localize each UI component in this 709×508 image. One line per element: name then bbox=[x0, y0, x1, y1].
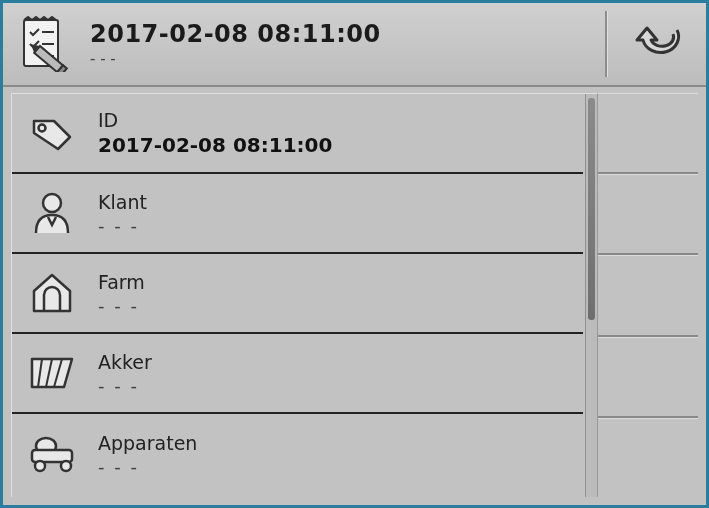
row-value: - - - bbox=[98, 295, 145, 316]
row-text: Klant - - - bbox=[98, 191, 147, 236]
person-icon bbox=[20, 189, 84, 237]
side-slot-3[interactable] bbox=[598, 255, 698, 336]
list-item-farm[interactable]: Farm - - - bbox=[12, 254, 583, 334]
back-arrow-icon bbox=[627, 22, 685, 66]
svg-point-15 bbox=[61, 461, 71, 471]
row-text: Apparaten - - - bbox=[98, 432, 197, 477]
list-item-klant[interactable]: Klant - - - bbox=[12, 174, 583, 254]
header-text: 2017-02-08 08:11:00 - - - bbox=[90, 20, 381, 68]
list-item-akker[interactable]: Akker - - - bbox=[12, 334, 583, 414]
body: ID 2017-02-08 08:11:00 Klant bbox=[11, 93, 698, 497]
tag-icon bbox=[20, 111, 84, 155]
header-title: 2017-02-08 08:11:00 bbox=[90, 20, 381, 48]
list: ID 2017-02-08 08:11:00 Klant bbox=[12, 94, 583, 497]
header-subtitle: - - - bbox=[90, 50, 381, 68]
side-column bbox=[598, 93, 698, 497]
row-value: - - - bbox=[98, 375, 152, 396]
svg-point-14 bbox=[35, 461, 45, 471]
barn-icon bbox=[20, 271, 84, 315]
header: 2017-02-08 08:11:00 - - - bbox=[3, 3, 706, 87]
machine-icon bbox=[20, 434, 84, 474]
task-list-icon bbox=[17, 16, 72, 72]
scrollbar[interactable] bbox=[585, 94, 597, 497]
row-text: Akker - - - bbox=[98, 351, 152, 396]
row-label: Klant bbox=[98, 191, 147, 213]
list-item-apparaten[interactable]: Apparaten - - - bbox=[12, 414, 583, 494]
row-value: - - - bbox=[98, 215, 147, 236]
row-label: ID bbox=[98, 109, 332, 131]
list-area: ID 2017-02-08 08:11:00 Klant bbox=[11, 93, 598, 497]
side-slot-5[interactable] bbox=[598, 418, 698, 497]
row-label: Akker bbox=[98, 351, 152, 373]
side-slot-2[interactable] bbox=[598, 174, 698, 255]
row-value: 2017-02-08 08:11:00 bbox=[98, 133, 332, 157]
header-divider bbox=[605, 11, 608, 77]
side-slot-1[interactable] bbox=[598, 93, 698, 174]
svg-point-8 bbox=[43, 194, 61, 212]
row-label: Apparaten bbox=[98, 432, 197, 454]
row-label: Farm bbox=[98, 271, 145, 293]
row-value: - - - bbox=[98, 456, 197, 477]
app-window: 2017-02-08 08:11:00 - - - bbox=[0, 0, 709, 508]
field-icon bbox=[20, 353, 84, 393]
row-text: Farm - - - bbox=[98, 271, 145, 316]
scrollbar-thumb[interactable] bbox=[588, 98, 595, 320]
list-item-id[interactable]: ID 2017-02-08 08:11:00 bbox=[12, 94, 583, 174]
back-button[interactable] bbox=[624, 17, 688, 71]
side-slot-4[interactable] bbox=[598, 337, 698, 418]
row-text: ID 2017-02-08 08:11:00 bbox=[98, 109, 332, 157]
